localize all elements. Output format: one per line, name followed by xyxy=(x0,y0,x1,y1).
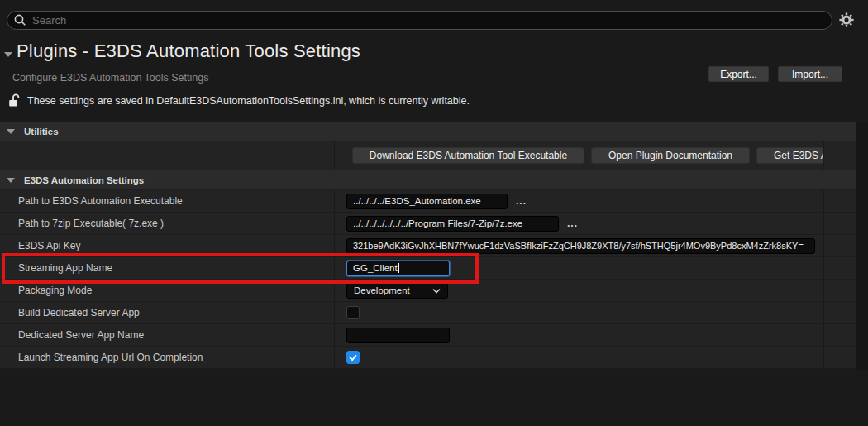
setting-row-path-to-7zip-executable: Path to 7zip Executable( 7z.exe ) ../../… xyxy=(0,213,856,235)
build-dedicated-server-app-checkbox[interactable] xyxy=(346,306,360,319)
setting-label: Launch Streaming App Url On Completion xyxy=(0,347,335,368)
setting-value-cell: 321be9AdK3iGvJhXHBN7fYwucF1dzVaSBfIkziFz… xyxy=(335,235,824,256)
checkmark-icon xyxy=(348,352,358,362)
setting-row-e3ds-api-key: E3DS Api Key 321be9AdK3iGvJhXHBN7fYwucF1… xyxy=(0,235,856,257)
setting-value-cell xyxy=(335,324,824,346)
setting-label: Dedicated Server App Name xyxy=(0,324,335,346)
setting-row-dedicated-server-app-name: Dedicated Server App Name xyxy=(0,324,856,347)
setting-value-cell xyxy=(335,302,824,323)
row-end-cell xyxy=(824,302,856,323)
row-end-cell xyxy=(824,347,856,368)
packaging-mode-dropdown[interactable]: Development xyxy=(346,283,448,299)
setting-value-cell: ../../../../../../../Program Files/7-Zip… xyxy=(335,213,824,234)
chevron-down-icon xyxy=(7,129,15,134)
7zip-executable-path-field[interactable]: ../../../../../../../Program Files/7-Zip… xyxy=(346,216,559,232)
row-end-cell xyxy=(824,235,856,256)
search-input[interactable] xyxy=(32,14,832,26)
streaming-app-name-field[interactable]: GG_Client xyxy=(346,261,450,276)
chevron-down-icon xyxy=(432,288,441,294)
setting-label: Path to E3DS Automation Executable xyxy=(0,190,335,212)
section-header-utilities[interactable]: Utilities xyxy=(0,122,856,141)
config-file-notice: These settings are saved in DefaultE3DSA… xyxy=(8,93,470,108)
settings-panel: Utilities Download E3DS Automation Tool … xyxy=(0,122,856,369)
dedicated-server-app-name-field[interactable] xyxy=(346,328,450,343)
search-icon xyxy=(14,14,26,26)
setting-label: Build Dedicated Server App xyxy=(0,302,335,323)
panel-right-gutter xyxy=(856,122,868,370)
search-bar xyxy=(7,11,832,30)
row-end-cell xyxy=(824,213,856,234)
unlock-icon xyxy=(8,93,20,108)
setting-row-path-to-e3ds-automation-executable: Path to E3DS Automation Executable ../..… xyxy=(0,190,856,213)
export-button[interactable]: Export... xyxy=(708,66,769,82)
utilities-row-buttons: Download E3DS Automation Tool Executable… xyxy=(335,141,824,170)
row-end-cell xyxy=(824,190,856,212)
get-e3ds-api-key-button[interactable]: Get E3DS Api Key xyxy=(756,147,824,164)
streaming-app-name-value: GG_Client xyxy=(353,263,398,273)
row-end-cell xyxy=(824,257,856,279)
setting-value-cell xyxy=(335,347,824,368)
setting-value-cell: ../../../../E3DS_Automation.exe ... xyxy=(335,190,824,212)
setting-label: Path to 7zip Executable( 7z.exe ) xyxy=(0,213,335,234)
setting-value-cell: GG_Client xyxy=(335,257,824,279)
browse-ellipsis-button[interactable]: ... xyxy=(516,195,527,207)
open-plugin-documentation-button[interactable]: Open Plugin Documentation xyxy=(591,147,750,164)
launch-streaming-app-url-checkbox[interactable] xyxy=(346,351,360,364)
utilities-row-label-cell xyxy=(0,141,335,170)
config-file-notice-text: These settings are saved in DefaultE3DSA… xyxy=(27,95,470,107)
e3ds-executable-path-field[interactable]: ../../../../E3DS_Automation.exe xyxy=(346,194,508,209)
gear-icon[interactable] xyxy=(839,12,854,27)
utilities-row-end-cell xyxy=(824,141,856,170)
setting-label: Streaming App Name xyxy=(0,257,335,279)
section-title: Utilities xyxy=(24,127,59,136)
setting-row-launch-streaming-app-url-on-completion: Launch Streaming App Url On Completion xyxy=(0,347,856,369)
text-caret xyxy=(398,263,399,273)
utilities-row: Download E3DS Automation Tool Executable… xyxy=(0,141,856,170)
setting-row-packaging-mode: Packaging Mode Development xyxy=(0,280,856,302)
setting-row-build-dedicated-server-app: Build Dedicated Server App xyxy=(0,302,856,324)
setting-row-streaming-app-name: Streaming App Name GG_Client xyxy=(0,257,856,280)
page-subtitle: Configure E3DS Automation Tools Settings xyxy=(12,72,208,84)
import-button[interactable]: Import... xyxy=(778,66,842,82)
row-end-cell xyxy=(824,280,856,301)
packaging-mode-selected-value: Development xyxy=(354,285,410,295)
e3ds-api-key-field[interactable]: 321be9AdK3iGvJhXHBN7fYwucF1dzVaSBfIkziFz… xyxy=(346,238,815,254)
row-end-cell xyxy=(824,324,856,346)
section-title: E3DS Automation Settings xyxy=(24,175,144,185)
collapse-title-arrow-icon[interactable] xyxy=(4,52,12,57)
setting-label: E3DS Api Key xyxy=(0,235,335,256)
section-header-e3ds-automation-settings[interactable]: E3DS Automation Settings xyxy=(0,170,856,190)
setting-label: Packaging Mode xyxy=(0,280,335,301)
chevron-down-icon xyxy=(7,178,15,183)
page-title: Plugins - E3DS Automation Tools Settings xyxy=(17,41,360,62)
browse-ellipsis-button[interactable]: ... xyxy=(567,218,578,229)
download-e3ds-tool-button[interactable]: Download E3DS Automation Tool Executable xyxy=(352,147,584,164)
setting-value-cell: Development xyxy=(335,280,824,301)
